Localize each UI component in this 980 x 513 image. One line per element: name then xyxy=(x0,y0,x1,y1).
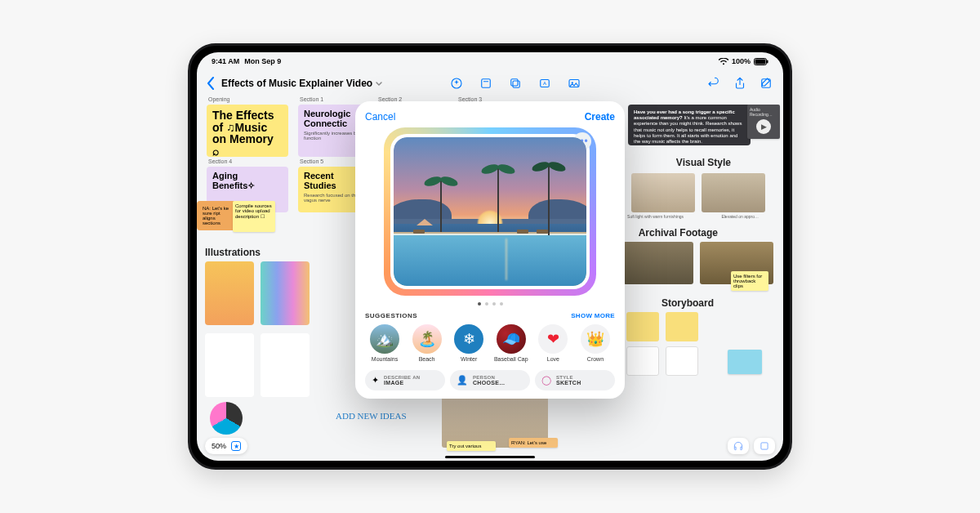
ipad-frame: 9:41 AM Mon Sep 9 100% Effects of Music … xyxy=(188,43,792,470)
dot-2[interactable] xyxy=(485,302,488,306)
crown-icon: 👑 xyxy=(581,324,610,354)
preview-gradient-frame: ••• xyxy=(384,127,596,296)
page-indicator[interactable] xyxy=(365,302,615,306)
preview-scene xyxy=(394,137,586,286)
chip-style[interactable]: ◯ STYLE SKETCH xyxy=(535,370,615,390)
style-icon: ◯ xyxy=(541,375,551,386)
prompt-chips: ✦ DESCRIBE AN IMAGE 👤 PERSON CHOOSE… ◯ xyxy=(365,370,615,390)
mountains-icon: 🏔️ xyxy=(370,324,399,354)
create-button[interactable]: Create xyxy=(585,111,615,123)
chip-person[interactable]: 👤 PERSON CHOOSE… xyxy=(450,370,530,390)
dot-1[interactable] xyxy=(478,302,481,306)
suggestions-grid: 🏔️ Mountains 🏝️ Beach ❄ Winter 🧢 Basebal… xyxy=(365,324,615,362)
suggestions-label: SUGGESTIONS xyxy=(365,312,417,319)
dot-4[interactable] xyxy=(500,302,503,306)
person-icon: 👤 xyxy=(457,375,468,386)
screen: 9:41 AM Mon Sep 9 100% Effects of Music … xyxy=(197,52,783,461)
dot-3[interactable] xyxy=(492,302,496,306)
suggestion-baseball-cap[interactable]: 🧢 Baseball Cap xyxy=(493,324,529,362)
suggestion-beach[interactable]: 🏝️ Beach xyxy=(409,324,445,362)
cancel-button[interactable]: Cancel xyxy=(365,111,395,123)
beach-icon: 🏝️ xyxy=(412,324,442,354)
generated-preview[interactable] xyxy=(394,137,586,286)
chip-describe[interactable]: ✦ DESCRIBE AN IMAGE xyxy=(365,370,445,390)
cap-icon: 🧢 xyxy=(497,324,526,354)
show-more-button[interactable]: SHOW MORE xyxy=(571,312,615,319)
suggestion-winter[interactable]: ❄ Winter xyxy=(451,324,487,362)
suggestion-mountains[interactable]: 🏔️ Mountains xyxy=(367,324,403,362)
heart-icon: ❤ xyxy=(538,324,568,354)
suggestion-crown[interactable]: 👑 Crown xyxy=(577,324,613,362)
sparkle-icon: ✦ xyxy=(372,375,379,386)
image-playground-modal: Cancel Create ••• xyxy=(355,101,625,399)
snowflake-icon: ❄ xyxy=(454,324,483,354)
suggestion-love[interactable]: ❤ Love xyxy=(535,324,571,362)
